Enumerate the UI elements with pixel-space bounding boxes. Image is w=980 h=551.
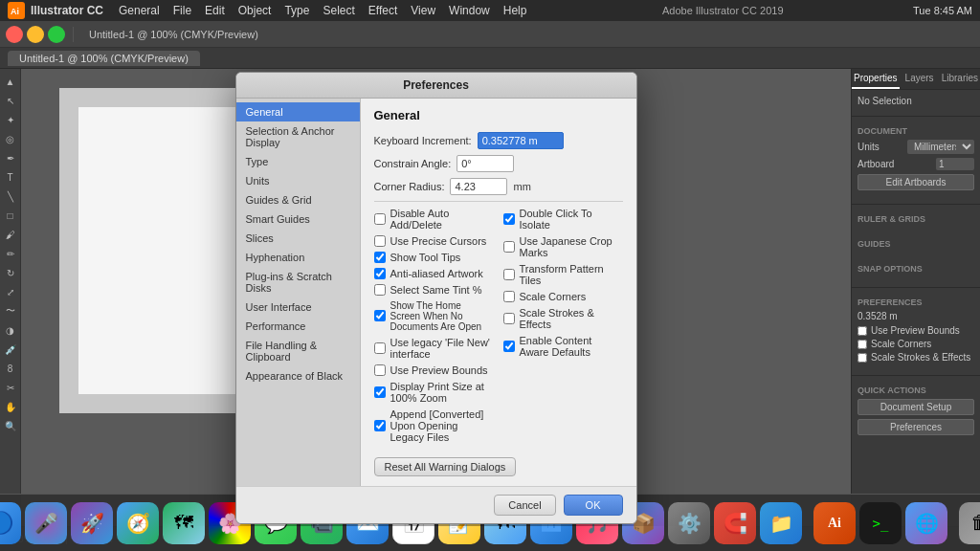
warp-tool[interactable]: 〜 <box>2 302 19 320</box>
dialog-overlay: Preferences General Selection & Anchor D… <box>21 69 851 526</box>
use-preview-bounds-checkbox[interactable] <box>374 364 386 376</box>
toolbar-separator <box>73 27 74 42</box>
menu-view[interactable]: View <box>405 2 441 19</box>
keyboard-increment-row: Keyboard Increment: <box>374 132 623 149</box>
select-same-tint-checkbox[interactable] <box>374 284 386 296</box>
display-print-size-checkbox[interactable] <box>374 386 386 398</box>
transform-pattern-label: Transform Pattern Tiles <box>520 263 623 286</box>
sidebar-item-hyphenation[interactable]: Hyphenation <box>236 248 360 267</box>
use-legacy-checkbox[interactable] <box>374 342 386 354</box>
keyboard-increment-input[interactable] <box>478 132 564 149</box>
paint-brush-tool[interactable]: 🖌 <box>2 226 19 243</box>
minimize-button[interactable] <box>27 26 44 43</box>
tab-libraries[interactable]: Libraries <box>940 69 980 89</box>
sidebar-item-selection[interactable]: Selection & Anchor Display <box>236 121 360 152</box>
magic-wand-tool[interactable]: ✦ <box>2 111 19 128</box>
use-precise-checkbox[interactable] <box>374 235 386 247</box>
show-tooltips-checkbox[interactable] <box>374 252 386 263</box>
rp-divider-1 <box>852 116 980 117</box>
sidebar-item-plugins[interactable]: Plug-ins & Scratch Disks <box>236 267 360 298</box>
eyedropper-tool[interactable]: 💉 <box>2 341 19 358</box>
use-preview-bounds-label: Use Preview Bounds <box>390 364 488 376</box>
double-click-checkbox[interactable] <box>503 213 515 225</box>
pencil-tool[interactable]: ✏ <box>2 245 19 262</box>
dialog-footer: Cancel OK <box>236 486 636 523</box>
menu-file-item[interactable]: File <box>167 2 197 19</box>
cb-append-converted: Append [Converted] Upon Opening Legacy F… <box>374 408 494 443</box>
units-select[interactable]: Millimeters Pixels Inches Points <box>907 140 974 154</box>
sidebar-item-guides[interactable]: Guides & Grid <box>236 190 360 209</box>
menu-help[interactable]: Help <box>498 2 533 19</box>
enable-content-aware-checkbox[interactable] <box>503 341 515 352</box>
tab-properties[interactable]: Properties <box>852 69 900 89</box>
artboard-input[interactable] <box>936 158 974 170</box>
menu-file[interactable]: General <box>113 2 166 19</box>
rp-scale-corners-checkbox[interactable] <box>858 340 867 349</box>
menu-edit[interactable]: Edit <box>199 2 231 19</box>
sidebar-item-slices[interactable]: Slices <box>236 229 360 248</box>
cb-japanese-crop: Use Japanese Crop Marks <box>503 235 623 258</box>
cb-transform-pattern: Transform Pattern Tiles <box>503 263 623 286</box>
anti-aliased-checkbox[interactable] <box>374 268 386 279</box>
tab-layers[interactable]: Layers <box>900 69 940 89</box>
scissors-tool[interactable]: ✂ <box>2 379 19 396</box>
sidebar-item-smart-guides[interactable]: Smart Guides <box>236 209 360 229</box>
document-tab[interactable]: Untitled-1 @ 100% (CMYK/Preview) <box>8 51 200 66</box>
transform-pattern-checkbox[interactable] <box>503 269 515 280</box>
zoom-tool[interactable]: 🔍 <box>2 417 19 434</box>
scale-tool[interactable]: ⤢ <box>2 283 19 300</box>
dock-item-browser[interactable]: 🌐 <box>905 502 947 544</box>
scale-strokes-checkbox[interactable] <box>503 313 515 324</box>
menu-window[interactable]: Window <box>443 2 496 19</box>
dock-item-trash[interactable]: 🗑 <box>959 502 980 544</box>
ok-button[interactable]: OK <box>564 495 623 516</box>
rp-preview-bounds-checkbox[interactable] <box>858 326 867 336</box>
rotate-tool[interactable]: ↻ <box>2 264 19 281</box>
sidebar-item-units[interactable]: Units <box>236 171 360 190</box>
sidebar-item-general[interactable]: General <box>236 102 360 121</box>
type-tool[interactable]: T <box>2 168 19 186</box>
quick-actions-label: Quick Actions <box>858 386 974 395</box>
pref-col-right: Double Click To Isolate Use Japanese Cro… <box>503 208 623 448</box>
sidebar-item-file-handling[interactable]: File Handling & Clipboard <box>236 336 360 366</box>
line-tool[interactable]: ╲ <box>2 187 19 205</box>
sidebar-item-type[interactable]: Type <box>236 152 360 171</box>
menu-object[interactable]: Object <box>233 2 278 19</box>
sidebar-item-ui[interactable]: User Interface <box>236 298 360 317</box>
select-tool[interactable]: ▲ <box>2 73 19 90</box>
disable-auto-checkbox[interactable] <box>374 213 386 225</box>
menu-select[interactable]: Select <box>317 2 360 19</box>
append-converted-checkbox[interactable] <box>374 420 386 431</box>
menu-effect[interactable]: Effect <box>363 2 403 19</box>
dock-item-finder[interactable]: 🔵 <box>0 502 21 544</box>
close-button[interactable] <box>6 26 23 43</box>
rect-tool[interactable]: □ <box>2 207 19 224</box>
scale-corners-checkbox[interactable] <box>503 291 515 302</box>
menu-type[interactable]: Type <box>278 2 315 19</box>
show-home-checkbox[interactable] <box>374 310 386 321</box>
corner-radius-label: Corner Radius: <box>374 181 445 192</box>
pen-tool[interactable]: ✒ <box>2 149 19 166</box>
lasso-tool[interactable]: ◎ <box>2 130 19 147</box>
gradient-tool[interactable]: ◑ <box>2 321 19 339</box>
hand-tool[interactable]: ✋ <box>2 398 19 415</box>
corner-radius-unit: mm <box>513 181 530 192</box>
sidebar-item-performance[interactable]: Performance <box>236 317 360 336</box>
show-home-label: Show The Home Screen When No Documents A… <box>390 300 494 332</box>
document-label: Document <box>858 126 974 136</box>
japanese-crop-checkbox[interactable] <box>503 241 515 253</box>
corner-radius-input[interactable] <box>450 178 507 195</box>
rp-scale-strokes-checkbox[interactable] <box>858 353 867 363</box>
direct-select-tool[interactable]: ↖ <box>2 92 19 109</box>
preferences-quick-button[interactable]: Preferences <box>858 419 974 435</box>
constrain-angle-input[interactable] <box>457 155 514 172</box>
reset-warnings-button[interactable]: Reset All Warning Dialogs <box>374 457 517 476</box>
document-setup-button[interactable]: Document Setup <box>858 399 974 415</box>
dock-item-terminal[interactable]: >_ <box>859 502 902 544</box>
blend-tool[interactable]: 8 <box>2 360 19 377</box>
sidebar-item-black[interactable]: Appearance of Black <box>236 366 360 386</box>
enable-content-aware-label: Enable Content Aware Defaults <box>520 335 623 358</box>
maximize-button[interactable] <box>48 26 65 43</box>
cancel-button[interactable]: Cancel <box>494 495 555 516</box>
edit-artboards-button[interactable]: Edit Artboards <box>858 174 974 190</box>
